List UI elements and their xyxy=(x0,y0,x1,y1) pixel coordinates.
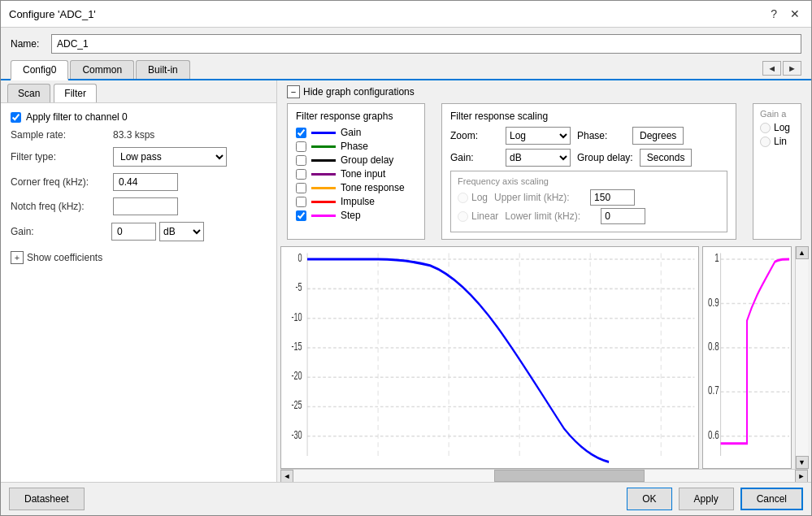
hide-graph-row[interactable]: − Hide graph configurations xyxy=(277,80,811,103)
freq-linear-label: Linear xyxy=(471,210,498,222)
right-scrollbar[interactable]: ▲ ▼ xyxy=(795,246,808,469)
lower-limit-input[interactable] xyxy=(601,208,645,224)
graph-item-group-delay: Group delay xyxy=(296,154,416,166)
sample-rate-row: Sample rate: 83.3 ksps xyxy=(11,129,267,141)
zoom-label: Zoom: xyxy=(450,130,499,141)
tab-builtin[interactable]: Built-in xyxy=(136,60,190,79)
graph-tone-response-label: Tone response xyxy=(341,182,405,193)
gain-lin-row: Lin xyxy=(760,136,794,147)
footer: Datasheet OK Apply Cancel xyxy=(1,482,811,515)
graph-step-checkbox[interactable] xyxy=(296,210,306,221)
graph-phase-label: Phase xyxy=(341,141,368,152)
filter-type-select[interactable]: Low pass High pass Band pass Notch xyxy=(113,147,227,167)
step-chart: 1 0.9 0.8 0.7 0.6 xyxy=(702,246,792,469)
gain-scaling-label: Gain: xyxy=(450,152,499,163)
filter-response-box: Filter response graphs Gain Phase xyxy=(287,103,425,240)
group-delay-value-btn[interactable]: Seconds xyxy=(640,149,693,167)
tab-scan[interactable]: Scan xyxy=(7,84,50,102)
corner-freq-row: Corner freq (kHz): xyxy=(11,173,267,191)
gain-input[interactable] xyxy=(111,223,156,241)
title-bar: Configure 'ADC_1' ? ✕ xyxy=(1,1,811,28)
apply-button[interactable]: Apply xyxy=(679,488,734,510)
zoom-select[interactable]: Log Linear xyxy=(506,127,571,145)
scroll-down-btn[interactable]: ▼ xyxy=(796,456,809,469)
graph-gain-label: Gain xyxy=(341,127,361,138)
graph-impulse-checkbox[interactable] xyxy=(296,197,306,207)
freq-log-row: Log Upper limit (kHz): xyxy=(458,189,720,206)
main-tab-bar: Config0 Common Built-in ◄ ► xyxy=(1,60,811,80)
scroll-h-track[interactable] xyxy=(293,470,795,482)
graph-group-delay-label: Group delay xyxy=(341,154,393,166)
gain-unit-select[interactable]: dB Linear xyxy=(159,222,204,241)
notch-freq-row: Notch freq (kHz): xyxy=(11,197,267,215)
close-button[interactable]: ✕ xyxy=(787,6,803,22)
expand-coefficients-btn[interactable]: + xyxy=(11,251,24,264)
svg-text:-5: -5 xyxy=(296,280,302,294)
bottom-scrollbar[interactable]: ◄ ► xyxy=(280,469,808,482)
scaling-box: Filter response scaling Zoom: Log Linear… xyxy=(441,103,736,240)
gain-log-radio[interactable] xyxy=(760,123,771,133)
graph-tone-input-checkbox[interactable] xyxy=(296,169,306,180)
tone-response-color-line xyxy=(311,187,336,189)
tab-navigation: ◄ ► xyxy=(762,61,801,79)
title-controls: ? ✕ xyxy=(767,6,803,22)
gain-axis-partial-box: Gain a Log Lin xyxy=(753,103,801,240)
tab-config0[interactable]: Config0 xyxy=(11,60,68,80)
corner-freq-input[interactable] xyxy=(113,173,178,191)
datasheet-button[interactable]: Datasheet xyxy=(9,488,85,510)
group-delay-label: Group delay: xyxy=(577,152,633,163)
corner-freq-label: Corner freq (kHz): xyxy=(11,176,108,188)
main-chart-svg: 0 -5 -10 -15 -20 -25 -30 xyxy=(281,247,698,468)
collapse-graph-btn[interactable]: − xyxy=(287,85,300,98)
graph-step-label: Step xyxy=(341,210,361,221)
svg-text:0.7: 0.7 xyxy=(708,383,719,397)
graph-item-impulse: Impulse xyxy=(296,196,416,207)
show-coefficients-row[interactable]: + Show coefficients xyxy=(11,251,267,264)
upper-limit-label: Upper limit (kHz): xyxy=(494,192,584,203)
phase-value-btn[interactable]: Degrees xyxy=(632,127,684,145)
main-chart: 0 -5 -10 -15 -20 -25 -30 xyxy=(280,246,699,469)
graph-gain-checkbox[interactable] xyxy=(296,128,306,138)
filter-type-label: Filter type: xyxy=(11,151,108,163)
scroll-right-btn[interactable]: ► xyxy=(795,470,808,483)
gain-row: Gain: dB Linear xyxy=(11,222,267,241)
graph-phase-checkbox[interactable] xyxy=(296,141,306,152)
tab-next-button[interactable]: ► xyxy=(783,61,801,76)
notch-freq-label: Notch freq (kHz): xyxy=(11,201,108,212)
cancel-button[interactable]: Cancel xyxy=(740,488,803,510)
gain-log-label: Log xyxy=(774,122,790,133)
upper-limit-input[interactable] xyxy=(590,189,635,206)
tone-input-color-line xyxy=(311,173,336,176)
graph-item-step: Step xyxy=(296,210,416,221)
name-label: Name: xyxy=(11,38,43,50)
scroll-left-btn[interactable]: ◄ xyxy=(280,470,293,483)
apply-filter-label: Apply filter to channel 0 xyxy=(26,111,128,123)
scroll-thumb[interactable] xyxy=(494,470,645,482)
ok-button[interactable]: OK xyxy=(627,488,671,510)
gain-log-row: Log xyxy=(760,122,794,133)
freq-log-label: Log xyxy=(471,192,488,203)
freq-axis-title: Frequency axis scaling xyxy=(458,176,720,186)
inner-tab-bar: Scan Filter xyxy=(1,80,276,103)
help-button[interactable]: ? xyxy=(767,6,780,22)
gain-label: Gain: xyxy=(11,226,108,237)
graph-tone-response-checkbox[interactable] xyxy=(296,183,306,193)
impulse-color-line xyxy=(311,201,336,203)
apply-filter-checkbox[interactable] xyxy=(11,112,21,123)
name-input[interactable] xyxy=(51,34,801,54)
gain-lin-radio[interactable] xyxy=(760,137,771,147)
gain-scaling-select[interactable]: dB Linear xyxy=(506,149,571,167)
svg-text:-15: -15 xyxy=(291,340,302,353)
freq-log-radio[interactable]: Log xyxy=(458,192,488,203)
graph-group-delay-checkbox[interactable] xyxy=(296,155,306,166)
tab-prev-button[interactable]: ◄ xyxy=(762,61,781,76)
notch-freq-input[interactable] xyxy=(113,197,178,215)
scroll-up-btn[interactable]: ▲ xyxy=(796,246,809,259)
freq-linear-radio[interactable]: Linear xyxy=(458,210,498,222)
tab-filter[interactable]: Filter xyxy=(54,84,97,102)
svg-text:0.9: 0.9 xyxy=(708,294,719,309)
scroll-track-right[interactable] xyxy=(796,259,808,456)
step-chart-svg: 1 0.9 0.8 0.7 0.6 xyxy=(703,247,791,468)
gain-color-line xyxy=(311,132,336,134)
tab-common[interactable]: Common xyxy=(70,60,134,79)
